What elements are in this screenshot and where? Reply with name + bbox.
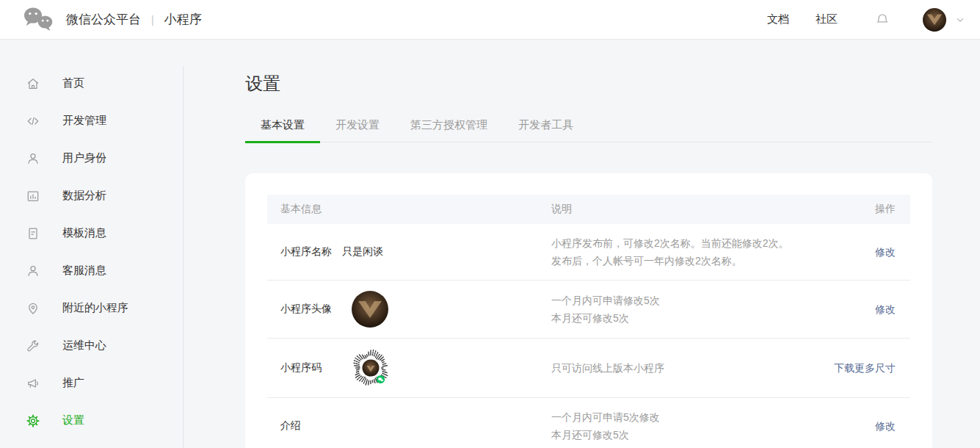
gear-icon	[26, 413, 40, 428]
tab-developer-tools[interactable]: 开发者工具	[503, 118, 589, 143]
row-label: 小程序头像	[280, 303, 342, 316]
tab-basic-settings[interactable]: 基本设置	[245, 118, 320, 143]
modify-name-link[interactable]: 修改	[875, 246, 896, 258]
brand-home-link[interactable]: 微信公众平台 | 小程序	[22, 6, 202, 34]
sidebar-item-data-analysis[interactable]: 数据分析	[0, 177, 184, 214]
row-label: 介绍	[280, 419, 342, 433]
avatar-emblem	[352, 291, 388, 328]
sidebar-item-user-identity[interactable]: 用户身份	[0, 140, 184, 177]
nav-community-link[interactable]: 社区	[816, 12, 838, 26]
column-header-action: 操作	[801, 203, 910, 216]
notification-bell-icon[interactable]	[874, 12, 890, 28]
sidebar-item-label: 客服消息	[62, 264, 106, 278]
basic-info-card: 基本信息 说明 操作 小程序名称 只是闲谈 小程序发布前，可修改2次名称。当前还…	[245, 173, 932, 448]
avatar-emblem	[923, 8, 946, 32]
sidebar-item-label: 运维中心	[62, 339, 106, 353]
column-header-desc: 说明	[551, 203, 801, 216]
row-desc: 一个月内可申请修改5次	[551, 292, 801, 309]
sidebar-item-template-message[interactable]: 模板消息	[0, 214, 184, 252]
brand-separator: |	[151, 14, 154, 26]
person-icon	[26, 264, 40, 278]
wrench-icon	[26, 339, 40, 353]
user-icon	[26, 151, 40, 166]
table-row-intro: 介绍 一个月内可申请5次修改 本月还可修改5次 修改	[267, 398, 910, 448]
row-label: 小程序码	[280, 361, 342, 375]
sidebar-item-settings[interactable]: 设置	[0, 402, 184, 439]
sidebar-item-home[interactable]: 首页	[0, 65, 184, 102]
home-icon	[26, 76, 40, 91]
sidebar: 首页 开发管理 用户身份 数据分析 模板消息	[0, 40, 184, 448]
settings-tabs: 基本设置 开发设置 第三方授权管理 开发者工具	[245, 118, 932, 142]
mini-program-code	[352, 349, 390, 387]
document-icon	[26, 226, 40, 241]
row-label: 小程序名称	[280, 245, 342, 259]
row-desc: 一个月内可申请5次修改	[551, 408, 801, 426]
column-header-info: 基本信息	[267, 203, 551, 216]
wechat-logo-icon	[22, 6, 56, 34]
table-header: 基本信息 说明 操作	[267, 195, 910, 224]
tab-third-party-auth[interactable]: 第三方授权管理	[395, 118, 503, 143]
brand-product: 小程序	[164, 11, 202, 28]
sidebar-item-label: 设置	[62, 413, 84, 427]
main-content: 设置 基本设置 开发设置 第三方授权管理 开发者工具 基本信息 说明 操作 小程…	[184, 40, 980, 448]
sidebar-item-label: 开发管理	[62, 114, 106, 128]
modify-avatar-link[interactable]: 修改	[875, 303, 896, 315]
chevron-down-icon[interactable]	[955, 15, 965, 25]
sidebar-item-label: 数据分析	[62, 189, 106, 203]
page-title: 设置	[245, 72, 980, 95]
megaphone-icon	[26, 376, 40, 391]
sidebar-item-nearby-mini-programs[interactable]: 附近的小程序	[0, 289, 184, 327]
sidebar-item-label: 推广	[62, 376, 84, 390]
sidebar-item-label: 附近的小程序	[62, 301, 128, 315]
user-avatar[interactable]	[923, 8, 946, 32]
table-row-code: 小程序码	[267, 339, 910, 398]
bar-chart-icon	[26, 189, 40, 203]
mini-program-name-value: 只是闲谈	[342, 245, 383, 259]
download-more-sizes-link[interactable]: 下载更多尺寸	[834, 362, 896, 374]
sidebar-item-label: 用户身份	[62, 151, 106, 165]
row-desc: 发布后，个人帐号可一年内修改2次名称。	[551, 252, 801, 270]
row-desc: 本月还可修改5次	[551, 309, 801, 327]
brand-name: 微信公众平台	[66, 11, 141, 28]
nav-docs-link[interactable]: 文档	[767, 12, 789, 26]
topbar-right: 文档 社区	[767, 8, 965, 32]
top-bar: 微信公众平台 | 小程序 文档 社区	[0, 0, 980, 40]
mini-program-avatar	[352, 291, 388, 328]
table-row-avatar: 小程序头像 一个月内可申请修改5次 本月还可修改5次 修改	[267, 281, 910, 339]
modify-intro-link[interactable]: 修改	[875, 420, 896, 432]
sidebar-item-dev-management[interactable]: 开发管理	[0, 102, 184, 140]
location-pin-icon	[26, 301, 40, 316]
sidebar-item-label: 模板消息	[62, 226, 106, 240]
sidebar-item-label: 首页	[62, 76, 84, 90]
table-row-name: 小程序名称 只是闲谈 小程序发布前，可修改2次名称。当前还能修改2次。 发布后，…	[267, 224, 910, 281]
sidebar-item-customer-service-message[interactable]: 客服消息	[0, 252, 184, 289]
row-desc: 只可访问线上版本小程序	[551, 359, 801, 377]
row-desc: 本月还可修改5次	[551, 426, 801, 444]
sidebar-item-promotion[interactable]: 推广	[0, 364, 184, 402]
row-desc: 小程序发布前，可修改2次名称。当前还能修改2次。	[551, 234, 801, 252]
code-icon	[26, 114, 40, 129]
tab-dev-settings[interactable]: 开发设置	[320, 118, 395, 143]
sidebar-item-ops-center[interactable]: 运维中心	[0, 327, 184, 364]
